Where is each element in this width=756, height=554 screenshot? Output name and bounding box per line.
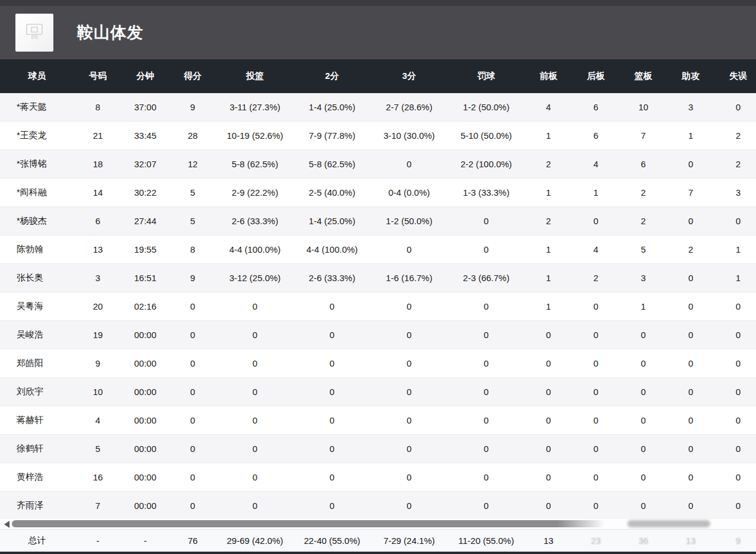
page-title: 鞍山体发 [77, 22, 143, 43]
stat-cell: 0 [620, 387, 667, 397]
stat-cell: 4 [74, 415, 122, 425]
stat-cell: 7 [667, 187, 714, 198]
stat-cell: 1 [525, 244, 572, 254]
player-name: *杨骏杰 [0, 215, 74, 227]
player-name: *蒋天懿 [0, 101, 74, 113]
stat-cell: 2 [525, 216, 572, 226]
stat-cell: 0 [448, 358, 525, 368]
stat-cell: 0 [667, 415, 714, 425]
stat-cell: 0 [572, 301, 620, 311]
stat-cell: 0 [216, 444, 294, 454]
stat-cell: 16:51 [122, 273, 169, 283]
stat-cell: 3 [667, 102, 714, 112]
stat-cell: 18 [74, 159, 122, 169]
stat-cell: 27:44 [122, 216, 169, 226]
player-name: 吴粤海 [0, 301, 74, 312]
player-name: 徐鹤轩 [0, 443, 74, 454]
stat-cell: 0 [448, 216, 525, 226]
stat-cell: 0 [294, 330, 371, 340]
scroll-left-arrow-icon[interactable] [4, 521, 9, 528]
stat-cell: 37:00 [122, 102, 169, 112]
stat-cell: 0 [169, 387, 216, 397]
stat-cell: 2 [714, 130, 756, 141]
stat-cell: 0 [294, 301, 371, 311]
table-row: *阎科融1430:2252-9 (22.2%)2-5 (40.0%)0-4 (0… [0, 179, 756, 207]
stat-cell: 0 [169, 330, 216, 340]
stat-cell: 0 [448, 472, 525, 482]
stat-cell: 4 [572, 244, 620, 254]
stat-cell: 0 [216, 472, 294, 482]
table-row: 刘欣宇1000:000000000000 [0, 378, 756, 406]
player-name: 吴峻浩 [0, 329, 74, 340]
table-row: 蒋赫轩400:000000000000 [0, 406, 756, 435]
stat-cell: 20 [74, 301, 122, 311]
stat-cell: 0 [448, 501, 525, 511]
stat-cell: 2-2 (100.0%) [448, 159, 525, 169]
stat-cell: 0 [216, 301, 294, 311]
stat-cell: 10 [620, 102, 667, 112]
stat-cell: 0 [294, 501, 371, 511]
stat-cell: 00:00 [122, 472, 169, 482]
stat-cell: 0-4 (0.0%) [371, 187, 448, 198]
page: 鞍山体发 球员号码分钟得分投篮2分3分罚球前板后板篮板助攻失误 *蒋天懿837:… [0, 0, 756, 554]
stat-cell: 0 [169, 501, 216, 511]
stat-cell: 0 [216, 387, 294, 397]
stat-cell: 6 [572, 130, 620, 141]
column-header: 篮板 [620, 71, 667, 82]
stat-cell: 0 [371, 330, 448, 340]
stat-cell: 0 [714, 330, 756, 340]
stat-cell: 0 [714, 501, 756, 511]
stat-cell: 0 [714, 387, 756, 397]
stat-cell: 3-10 (30.0%) [371, 130, 448, 141]
totals-cell: 76 [169, 536, 216, 546]
stat-cell: 10 [74, 387, 122, 397]
stat-cell: 0 [448, 244, 525, 254]
stat-cell: 19 [74, 330, 122, 340]
player-name: 黄梓浩 [0, 472, 74, 483]
column-header: 2分 [294, 71, 371, 82]
stat-cell: 6 [620, 159, 667, 169]
stat-cell: 3 [714, 187, 756, 198]
totals-cell: 36 [620, 536, 667, 546]
stat-cell: 00:00 [122, 330, 169, 340]
scrollbar-thumb-ghost [627, 520, 710, 527]
stat-cell: 3 [74, 273, 122, 283]
totals-cell: - [122, 536, 169, 546]
stat-cell: 0 [572, 358, 620, 368]
column-header: 分钟 [122, 71, 169, 82]
stat-cell: 1 [620, 301, 667, 311]
stat-cell: 0 [714, 216, 756, 226]
column-header: 前板 [525, 71, 572, 82]
stat-cell: 2-6 (33.3%) [216, 216, 294, 226]
stat-cell: 0 [371, 444, 448, 454]
stat-cell: 0 [667, 159, 714, 169]
stat-cell: 0 [620, 472, 667, 482]
stat-cell: 7-9 (77.8%) [294, 130, 371, 141]
stat-cell: 0 [371, 358, 448, 368]
totals-cell: 13 [525, 536, 572, 546]
stat-cell: 0 [525, 387, 572, 397]
column-header: 球员 [0, 71, 74, 82]
stat-cell: 5 [620, 244, 667, 254]
stat-cell: 16 [74, 472, 122, 482]
stat-cell: 02:16 [122, 301, 169, 311]
stat-cell: 2 [525, 159, 572, 169]
stat-cell: 0 [216, 330, 294, 340]
stat-cell: 0 [620, 501, 667, 511]
stat-cell: 0 [714, 472, 756, 482]
stat-cell: 5 [169, 187, 216, 198]
stat-cell: 0 [667, 501, 714, 511]
stat-cell: 9 [169, 273, 216, 283]
scrollbar-thumb[interactable] [12, 520, 605, 527]
stat-cell: 28 [169, 130, 216, 141]
horizontal-scrollbar[interactable] [0, 519, 756, 529]
stat-cell: 2-5 (40.0%) [294, 187, 371, 198]
stat-cell: 0 [714, 102, 756, 112]
player-name: 陈勃翰 [0, 244, 74, 255]
stat-cell: 2-9 (22.2%) [216, 187, 294, 198]
totals-cell: 22-40 (55.0%) [294, 536, 371, 546]
stat-cell: 0 [525, 330, 572, 340]
stat-cell: 0 [620, 415, 667, 425]
column-header: 失误 [714, 71, 756, 82]
stat-cell: 0 [525, 501, 572, 511]
